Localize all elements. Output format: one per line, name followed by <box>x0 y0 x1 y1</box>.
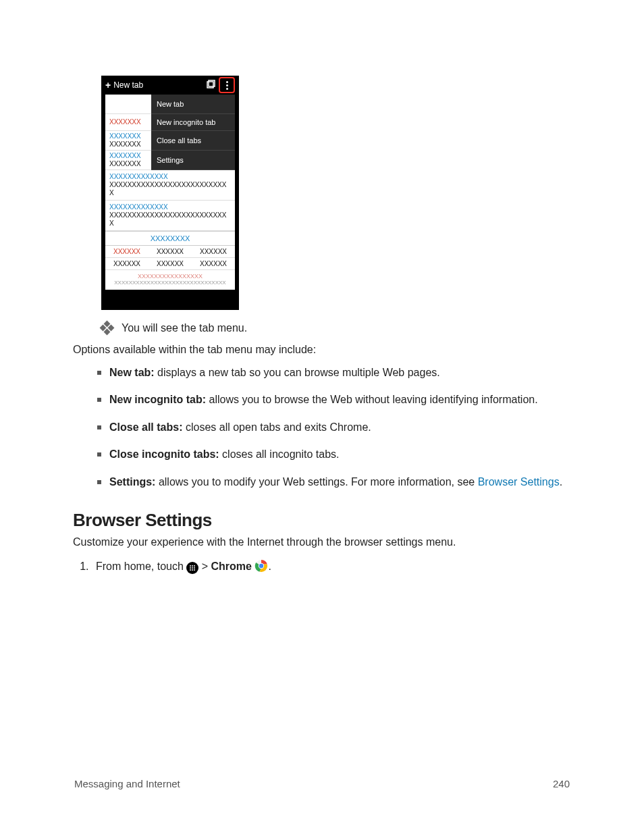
list-item: Close all tabs: closes all open tabs and… <box>97 420 571 435</box>
chrome-icon <box>254 559 268 573</box>
menu-item-close-all: Close all tabs <box>151 131 235 151</box>
plus-icon: + <box>105 80 111 90</box>
menu-item-new-incognito: New incognito tab <box>151 114 235 131</box>
bottom-block: XXXXXXXXXXXXXXXX XXXXXXXXXXXXXXXXXXXXXXX… <box>105 270 235 290</box>
quick-row: XXXXXX XXXXXX XXXXXX <box>105 258 235 270</box>
result-row: XXXXXXXXXXXXX XXXXXXXXXXXXXXXXXXXXXXXXXX… <box>105 201 235 231</box>
overflow-menu-icon <box>219 77 235 93</box>
footer-section: Messaging and Internet <box>74 778 180 789</box>
result-diamond-icon <box>101 322 113 334</box>
chrome-tabstrip: + New tab <box>101 76 239 95</box>
svg-point-4 <box>194 565 195 567</box>
svg-point-2 <box>190 565 191 567</box>
phone-frame: + New tab New tab <box>101 76 239 310</box>
section-heading: Browser Settings <box>73 510 571 531</box>
list-item: New tab: displays a new tab so you can b… <box>97 365 571 380</box>
svg-point-10 <box>194 569 195 571</box>
svg-point-8 <box>190 569 191 571</box>
section-subhead: Customize your experience with the Inter… <box>73 536 571 548</box>
svg-point-5 <box>190 567 191 569</box>
step-item: From home, touch > Chrome <box>92 559 571 574</box>
section-header: XXXXXXXX <box>105 231 235 246</box>
menu-item-settings: Settings <box>151 151 235 170</box>
browser-settings-link[interactable]: Browser Settings <box>478 476 560 488</box>
svg-point-6 <box>192 567 193 569</box>
footer-page-number: 240 <box>553 778 570 789</box>
steps-list: From home, touch > Chrome <box>73 559 571 574</box>
result-line: You will see the tab menu. <box>101 322 571 334</box>
options-list: New tab: displays a new tab so you can b… <box>97 365 571 490</box>
quick-row: XXXXXX XXXXXX XXXXXX <box>105 246 235 258</box>
apps-icon <box>186 562 198 574</box>
options-intro: Options available within the tab menu ma… <box>73 344 571 356</box>
result-row: XXXXXXXXXXXXX XXXXXXXXXXXXXXXXXXXXXXXXXX… <box>105 170 235 201</box>
phone-canvas: New tab XXXXXXX New incognito tab XXXXXX… <box>105 95 235 290</box>
svg-point-3 <box>192 565 193 567</box>
list-item: Settings: allows you to modify your Web … <box>97 475 571 490</box>
svg-point-7 <box>194 567 195 569</box>
page: + New tab New tab <box>0 0 644 834</box>
page-footer: Messaging and Internet 240 <box>74 778 570 789</box>
menu-item-new-tab: New tab <box>151 95 235 114</box>
phone-screenshot: + New tab New tab <box>101 76 571 310</box>
svg-point-9 <box>192 569 193 571</box>
new-tab-tabstrip-label: New tab <box>113 80 143 90</box>
list-item: Close incognito tabs: closes all incogni… <box>97 447 571 462</box>
svg-point-13 <box>259 564 263 568</box>
tabs-icon <box>205 80 216 90</box>
result-text: You will see the tab menu. <box>122 322 247 334</box>
list-item: New incognito tab: allows you to browse … <box>97 392 571 407</box>
